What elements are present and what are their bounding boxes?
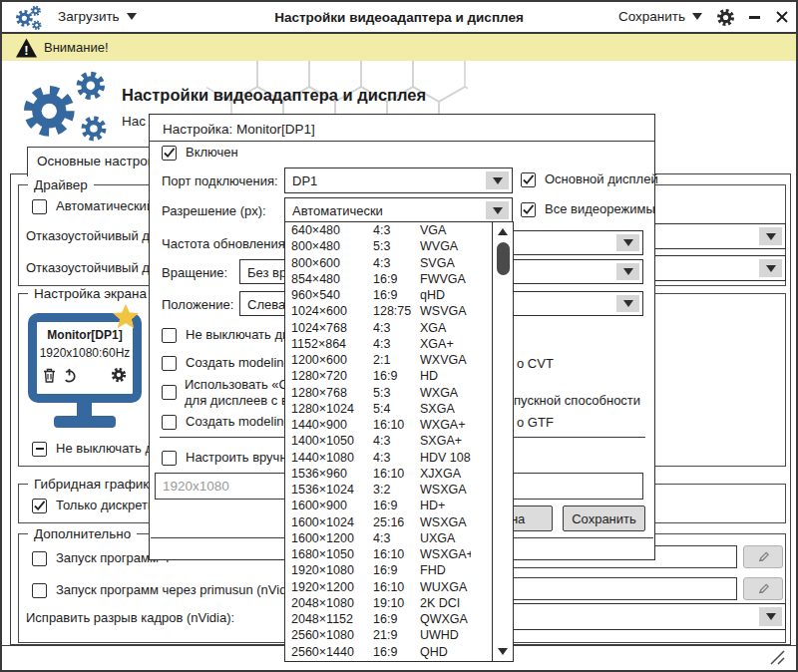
save-menu-button[interactable]: Сохранить — [618, 9, 702, 24]
resolution-option[interactable]: 1920×120016:10WUXGA — [285, 579, 471, 595]
resolution-option[interactable]: 2560×108021:9UWHD — [285, 627, 471, 643]
trash-icon[interactable] — [43, 368, 56, 383]
resolution-option[interactable]: 1600×102425:16WSXGA — [285, 514, 471, 530]
resolution-option[interactable]: 2560×144016:9QHD — [285, 644, 471, 660]
resolution-option-res: 1280×720 — [285, 369, 373, 383]
scrollbar-thumb[interactable] — [497, 242, 510, 275]
all-modes-checkbox[interactable]: Все видеорежимы — [521, 201, 655, 217]
run-primus-checkbox[interactable]: Запуск программ через primusun (nVidia) — [32, 582, 301, 598]
resolution-option-name: VGA — [420, 223, 471, 237]
monitor-name: Monitor[DP1] — [37, 328, 133, 342]
minimize-icon[interactable] — [749, 16, 760, 19]
resolution-option-ratio: 16:10 — [373, 547, 420, 561]
resolution-option-name: WXVGA — [420, 353, 471, 367]
chevron-down-icon — [493, 177, 503, 184]
all-modes-label: Все видеорежимы — [545, 201, 655, 216]
resolution-option-name: WSXGA — [420, 483, 471, 497]
settings-gear-icon[interactable] — [716, 8, 735, 27]
screen-group-legend: Настройка экрана — [28, 286, 153, 301]
modeline-cvt-checkbox[interactable]: Создать modeline — [162, 355, 291, 371]
resolution-option[interactable]: 2048×115216:9QWXGA — [285, 611, 471, 627]
resolution-option[interactable]: 960×54016:9qHD — [285, 287, 471, 303]
monitor-mode: 1920x1080:60Hz — [37, 346, 133, 360]
resolution-option[interactable]: 1400×10504:3SXGA+ — [285, 433, 471, 449]
load-menu-button[interactable]: Загрузить — [58, 9, 137, 24]
chevron-down-icon — [493, 207, 503, 214]
discrete-only-checkbox[interactable]: Только дискретно — [32, 498, 162, 513]
resolution-option-name: QHD — [420, 645, 471, 659]
resolution-option-res: 640×480 — [285, 223, 373, 237]
keep-display-bg-checkbox[interactable]: Не выключать ди — [32, 441, 160, 457]
modeline-gtf-checkbox[interactable]: Создать modeline — [162, 414, 291, 430]
resolution-option-ratio: 16:9 — [373, 612, 420, 626]
resolution-option[interactable]: 1024×600128:75WSVGA — [285, 303, 471, 319]
resolution-option[interactable]: 1024×7684:3XGA — [285, 320, 471, 336]
keep-display-bg-label: Не выключать ди — [56, 441, 160, 456]
resolution-option[interactable]: 1152×8644:3XGA+ — [285, 336, 471, 352]
scrollbar-up-button[interactable] — [493, 224, 513, 239]
resolution-option[interactable]: 1440×10804:3HDV 1080i — [285, 450, 471, 466]
dialog-title-separator — [150, 141, 654, 142]
checkbox-unchecked — [32, 199, 47, 214]
resolution-option[interactable]: 1280×10245:4SXGA — [285, 401, 471, 417]
resolution-option-ratio: 16:9 — [373, 499, 420, 512]
resolution-option[interactable]: 1440×90016:10WXGA+ — [285, 417, 471, 433]
dropdown-button[interactable] — [616, 295, 639, 312]
dropdown-button[interactable] — [486, 201, 509, 219]
cvt-reduced-blank-checkbox[interactable] — [162, 384, 177, 400]
resolution-option[interactable]: 1536×96016:10XJXGA — [285, 466, 471, 482]
resolution-select[interactable]: Автоматически — [284, 197, 513, 223]
dropdown-button[interactable] — [486, 171, 509, 189]
enabled-checkbox[interactable]: Включен — [162, 145, 238, 161]
resolution-option[interactable]: 640×4804:3VGA — [285, 222, 471, 238]
dropdown-button[interactable] — [759, 227, 782, 245]
resolution-option[interactable]: 1600×12004:3UXGA — [285, 530, 471, 546]
resolution-option[interactable]: 1280×72016:9HD — [285, 368, 471, 384]
dropdown-button[interactable] — [616, 234, 639, 251]
resolution-option[interactable]: 1920×108016:9FHD — [285, 562, 471, 578]
dialog-save-button[interactable]: Сохранить — [563, 505, 645, 531]
primary-display-checkbox[interactable]: Основной дисплей — [521, 171, 658, 187]
resolution-option[interactable]: 1200×6002:1WXVGA — [285, 352, 471, 368]
checkbox-checked — [162, 146, 177, 161]
monitor-gear-icon[interactable] — [111, 367, 127, 383]
checkbox-unchecked — [162, 328, 177, 343]
resolution-option-ratio: 19:10 — [373, 596, 420, 610]
edit-button-1[interactable] — [743, 545, 783, 568]
resolution-option[interactable]: 800×4805:3WVGA — [285, 238, 471, 254]
pencil-icon — [756, 581, 771, 596]
resolution-option-res: 800×600 — [285, 256, 373, 270]
resolution-option[interactable]: 1280×7685:3WXGA — [285, 385, 471, 401]
scrollbar-down-button[interactable] — [493, 644, 513, 659]
port-select[interactable]: DP1 — [284, 168, 513, 193]
port-label: Порт подключения: — [162, 173, 278, 188]
power-icon[interactable] — [62, 368, 77, 383]
modeline-cvt-label-right: о CVT — [517, 356, 554, 371]
resolution-option-res: 1440×1080 — [285, 451, 373, 465]
resolution-option-res: 1200×600 — [285, 353, 373, 367]
dropdown-button[interactable] — [616, 263, 639, 280]
resolution-option-ratio: 16:10 — [373, 580, 420, 594]
close-icon[interactable] — [775, 10, 789, 24]
resolution-option[interactable]: 1680×105016:10WSXGA+ — [285, 546, 471, 562]
auto-driver-checkbox[interactable]: Автоматический в — [32, 198, 165, 214]
resolution-option[interactable]: 1536×10243:2WSXGA — [285, 482, 471, 498]
resolution-option[interactable]: 2048×108019:102K DCI — [285, 595, 471, 611]
resolution-option[interactable]: 854×48016:9FWVGA — [285, 271, 471, 287]
dropdown-button[interactable] — [759, 607, 782, 626]
resolution-option[interactable]: 1600×90016:9HD+ — [285, 498, 471, 513]
resolution-option-res: 2560×1080 — [285, 628, 373, 642]
keep-display-checkbox[interactable]: Не выключать дис — [162, 327, 296, 343]
dropdown-button[interactable] — [759, 259, 782, 277]
modeline-cvt-label: Создать modeline — [186, 355, 291, 370]
app-logo-gears-icon — [15, 5, 45, 32]
scrollbar[interactable] — [492, 222, 513, 661]
svg-text:!: ! — [24, 43, 28, 58]
edit-button-2[interactable] — [743, 577, 783, 600]
resolution-option-ratio: 21:9 — [373, 628, 420, 642]
resolution-option-ratio: 128:75 — [373, 304, 420, 318]
resize-grip[interactable] — [766, 650, 786, 665]
resolution-option[interactable]: 800×6004:3SVGA — [285, 255, 471, 271]
manual-config-checkbox[interactable]: Настроить вручную — [162, 450, 303, 466]
hybrid-group-legend: Гибридная графика — [28, 477, 163, 492]
